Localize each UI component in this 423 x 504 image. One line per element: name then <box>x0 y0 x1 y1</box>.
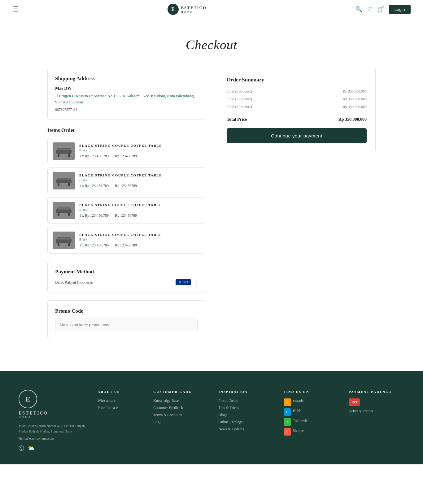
footer-inspiration: INSPIRATION Promo Deals Tips & Tricks Bl… <box>219 390 274 452</box>
search-button[interactable]: 🔍 <box>355 6 362 13</box>
footer-promo-deals[interactable]: Promo Deals <box>219 398 274 403</box>
summary-value: Rp 350.000.000 <box>343 89 367 94</box>
footer-news-updates[interactable]: News & Updates <box>219 427 274 432</box>
item-card: BLACK STRING COUPLE COFFEE TABLE Black 1… <box>47 167 205 194</box>
blibli-logo[interactable]: B Blibli <box>284 408 339 416</box>
summary-label: Total (3 Product) <box>227 105 252 109</box>
footer-who-we-are[interactable]: Who we are <box>98 398 144 403</box>
navbar-icons: 🔍 ♡ 🛒 Login <box>355 5 411 14</box>
footer: E ESTETICO HOME Jalan Gatot Subroto Nomo… <box>0 371 423 464</box>
item-color: Black <box>79 148 200 152</box>
payment-method-row[interactable]: Bank Rakyat Indonesia ⊞ BRI › <box>55 279 198 285</box>
shopee-badge: S <box>284 428 291 436</box>
footer-online-catalogs[interactable]: Online Catalogs <box>219 420 274 424</box>
lazada-logo[interactable]: L Lazada <box>284 398 339 406</box>
bri-icon: ⊞ <box>179 280 181 284</box>
item-total-price: Rp 123456789 <box>115 184 137 188</box>
instagram-icon[interactable]: Ⓥ <box>19 445 24 452</box>
summary-row: Total (3 Product) Rp 350.000.000 <box>227 89 367 94</box>
promo-code-box: Promo Code <box>47 300 205 339</box>
promo-code-input[interactable] <box>55 319 198 331</box>
shipping-address-box: Shipping Address Mas DW Jl Brigjen H Kas… <box>47 68 205 120</box>
footer-customer-feedback[interactable]: Customer Feedback <box>153 406 209 410</box>
footer-tips-tricks[interactable]: Tips & Tricks <box>219 406 274 410</box>
item-name: BLACK STRING COUPLE COFFEE TABLE <box>79 233 200 237</box>
item-image <box>53 142 75 160</box>
shipping-title: Shipping Address <box>55 76 198 82</box>
tokopedia-logo[interactable]: T Tokopedia <box>284 418 339 426</box>
svg-rect-11 <box>58 213 59 216</box>
page-content: Checkout Shipping Address Mas DW Jl Brig… <box>41 19 382 371</box>
item-qty-price: 1 x Rp 123.456.789 <box>79 184 109 188</box>
item-details: BLACK STRING COUPLE COFFEE TABLE Black 1… <box>79 173 200 188</box>
shopee-logo[interactable]: S Shopee <box>284 428 339 436</box>
logo: E ESTETICO HOME <box>168 4 207 15</box>
svg-rect-16 <box>58 243 59 246</box>
hamburger-menu[interactable]: ☰ <box>12 5 19 13</box>
svg-rect-17 <box>68 243 70 246</box>
item-details: BLACK STRING COUPLE COFFEE TABLE Black 1… <box>79 203 200 218</box>
bank-logo: ⊞ BRI › <box>176 279 198 285</box>
customer-phone: 087897877411 <box>55 107 198 112</box>
item-name: BLACK STRING COUPLE COFFEE TABLE <box>79 173 200 177</box>
logo-sub: HOME <box>181 10 207 13</box>
login-button[interactable]: Login <box>389 5 411 14</box>
item-color: Black <box>79 237 200 241</box>
tokopedia-badge: T <box>284 418 291 426</box>
chevron-right-icon: › <box>196 280 198 285</box>
customer-name: Mas DW <box>55 86 198 91</box>
order-summary-box: Order Summary Total (3 Product) Rp 350.0… <box>218 68 376 152</box>
customer-care-title: CUSTOMER CARE <box>153 390 209 393</box>
item-qty-price: 1 x Rp 123.456.789 <box>79 243 109 248</box>
cart-button[interactable]: 🛒 <box>377 6 384 13</box>
svg-rect-6 <box>58 183 59 186</box>
footer-press-release[interactable]: Press Release <box>98 406 144 410</box>
bank-name: Bank Rakyat Indonesia <box>55 280 93 285</box>
item-image <box>53 172 75 189</box>
items-order-section: Items Order BLACK STRING COUPLE COFFEE T… <box>47 127 205 254</box>
about-us-title: ABOUT US <box>98 390 144 393</box>
svg-rect-1 <box>58 154 59 157</box>
svg-rect-2 <box>68 154 70 157</box>
marketplace-logos: L Lazada B Blibli T Tokopedia S Shopee <box>284 398 339 436</box>
item-card: BLACK STRING COUPLE COFFEE TABLE Black 1… <box>47 197 205 224</box>
checkout-grid: Shipping Address Mas DW Jl Brigjen H Kas… <box>47 68 376 346</box>
logo-name: ESTETICO <box>181 5 207 10</box>
wishlist-button[interactable]: ♡ <box>367 6 372 13</box>
item-qty-price: 1 x Rp 123.456.789 <box>79 213 109 218</box>
total-row: Total Price Rp 350.000.000 <box>227 114 367 122</box>
item-card: BLACK STRING COUPLE COFFEE TABLE Black 1… <box>47 227 205 254</box>
ro-logo: RO <box>349 398 360 406</box>
item-name: BLACK STRING COUPLE COFFEE TABLE <box>79 144 200 147</box>
item-details: BLACK STRING COUPLE COFFEE TABLE Black 1… <box>79 233 200 248</box>
svg-rect-7 <box>68 183 70 186</box>
footer-terms-condition[interactable]: Terms & Condition <box>153 413 209 417</box>
item-name: BLACK STRING COUPLE COFFEE TABLE <box>79 203 200 207</box>
footer-partners: Payment Partner RO Delivery Partner <box>349 390 404 452</box>
footer-blogs[interactable]: Blogs <box>219 413 274 417</box>
navbar: ☰ E ESTETICO HOME 🔍 ♡ 🛒 Login <box>0 0 423 19</box>
tokopedia-label: Tokopedia <box>293 419 308 423</box>
items-list: BLACK STRING COUPLE COFFEE TABLE Black 1… <box>47 138 205 254</box>
customer-address: Jl Brigjen H Kassim Lr Santoso No 1307 X… <box>55 93 198 105</box>
right-column: Order Summary Total (3 Product) Rp 350.0… <box>218 68 376 346</box>
summary-value: Rp 350.000.000 <box>343 97 367 102</box>
payment-method-title: Payment Method <box>55 269 198 275</box>
footer-faq[interactable]: FAQ <box>153 420 209 424</box>
order-summary-title: Order Summary <box>227 77 367 83</box>
svg-rect-12 <box>68 213 70 216</box>
facebook-icon[interactable]: ⛅ <box>28 445 35 452</box>
blibli-label: Blibli <box>293 409 301 413</box>
payment-partner-title: Payment Partner <box>349 390 404 393</box>
continue-payment-button[interactable]: Continue your payment <box>227 128 367 143</box>
payment-logos: RO <box>349 398 404 406</box>
inspiration-title: INSPIRATION <box>219 390 274 393</box>
item-price-row: 1 x Rp 123.456.789 Rp 123456789 <box>79 213 200 218</box>
item-card: BLACK STRING COUPLE COFFEE TABLE Black 1… <box>47 138 205 164</box>
footer-find-us: FIND US ON L Lazada B Blibli T Tokopedia… <box>284 390 339 452</box>
footer-logo-icon: E <box>19 390 37 408</box>
item-qty-price: 1 x Rp 123.456.789 <box>79 154 109 159</box>
shopee-label: Shopee <box>293 428 304 433</box>
footer-brand-name: ESTETICO <box>19 411 88 416</box>
footer-knowledge-base[interactable]: Knowledge Base <box>153 398 209 403</box>
